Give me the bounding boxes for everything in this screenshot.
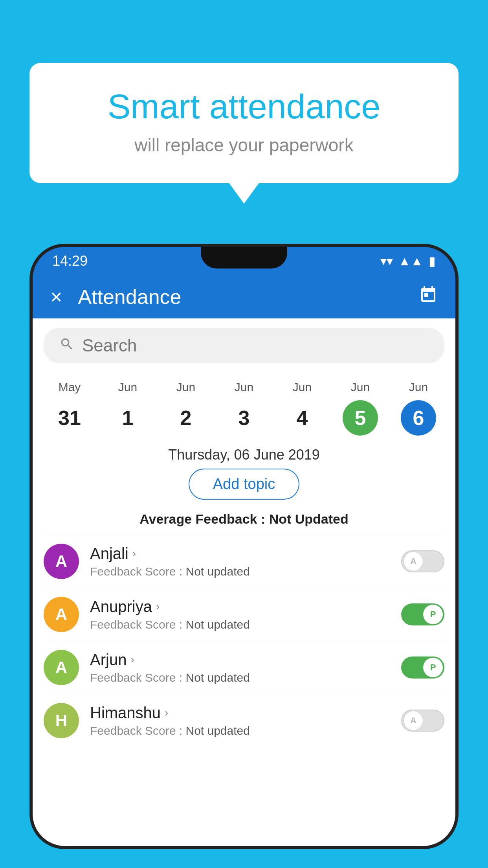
search-icon: [59, 337, 74, 355]
student-list: AAnjali ›Feedback Score : Not updatedAAA…: [33, 535, 455, 747]
date-col[interactable]: Jun4: [273, 381, 331, 436]
add-topic-button[interactable]: Add topic: [189, 469, 299, 500]
toggle-knob: A: [404, 552, 423, 571]
date-col[interactable]: Jun2: [157, 381, 215, 436]
toggle-knob: P: [423, 605, 443, 624]
date-day[interactable]: 4: [284, 400, 320, 436]
attendance-toggle[interactable]: A: [401, 550, 444, 572]
date-day[interactable]: 6: [401, 400, 436, 436]
date-day[interactable]: 3: [226, 400, 262, 436]
calendar-icon[interactable]: [419, 285, 438, 309]
date-col[interactable]: Jun3: [215, 381, 273, 436]
chevron-icon: ›: [132, 547, 136, 560]
avatar: A: [44, 597, 79, 632]
toggle-container[interactable]: P: [401, 603, 444, 625]
date-day[interactable]: 31: [52, 400, 87, 436]
student-item[interactable]: AArjun ›Feedback Score : Not updatedP: [44, 641, 444, 694]
toggle-container[interactable]: A: [401, 710, 444, 732]
date-scroller: May31Jun1Jun2Jun3Jun4Jun5Jun6: [33, 373, 455, 440]
attendance-toggle[interactable]: P: [401, 603, 444, 625]
avatar: A: [44, 544, 79, 579]
toggle-container[interactable]: P: [401, 657, 444, 679]
bubble-subtitle: will replace your paperwork: [61, 134, 427, 156]
search-bar[interactable]: [44, 328, 444, 363]
chevron-icon: ›: [165, 706, 168, 719]
search-input[interactable]: [82, 336, 429, 355]
date-day[interactable]: 5: [343, 400, 378, 436]
student-item[interactable]: AAnupriya ›Feedback Score : Not updatedP: [44, 588, 444, 641]
date-day[interactable]: 2: [168, 400, 204, 436]
date-day[interactable]: 1: [110, 400, 145, 436]
date-col[interactable]: Jun6: [389, 381, 448, 436]
avatar: A: [44, 650, 79, 685]
student-feedback: Feedback Score : Not updated: [90, 671, 390, 684]
attendance-toggle[interactable]: P: [401, 657, 444, 679]
student-info: Himanshu ›Feedback Score : Not updated: [90, 704, 390, 737]
status-time: 14:29: [52, 253, 88, 269]
wifi-icon: ▾▾: [380, 254, 393, 268]
chevron-icon: ›: [156, 600, 160, 613]
phone-frame: 14:29 ▾▾ ▲▲ ▮ × Attendance: [29, 244, 459, 849]
toggle-knob: P: [423, 658, 443, 677]
notch: [201, 247, 287, 268]
app-title: Attendance: [78, 285, 403, 309]
date-month: Jun: [409, 381, 428, 394]
date-month: Jun: [176, 381, 195, 394]
attendance-toggle[interactable]: A: [401, 710, 444, 732]
avg-feedback: Average Feedback : Not Updated: [33, 508, 455, 535]
battery-icon: ▮: [429, 254, 436, 268]
avg-feedback-label: Average Feedback :: [139, 511, 269, 526]
student-info: Arjun ›Feedback Score : Not updated: [90, 651, 390, 684]
student-item[interactable]: HHimanshu ›Feedback Score : Not updatedA: [44, 694, 444, 747]
avg-feedback-value: Not Updated: [269, 511, 349, 526]
student-name: Arjun ›: [90, 651, 390, 669]
student-name: Himanshu ›: [90, 704, 390, 722]
date-month: Jun: [351, 381, 370, 394]
student-info: Anupriya ›Feedback Score : Not updated: [90, 598, 390, 631]
status-icons: ▾▾ ▲▲ ▮: [380, 254, 436, 268]
date-month: May: [59, 381, 81, 394]
app-bar: × Attendance: [33, 275, 455, 318]
bubble-title: Smart attendance: [61, 86, 427, 127]
chevron-icon: ›: [130, 653, 134, 666]
toggle-knob: A: [404, 711, 423, 730]
student-info: Anjali ›Feedback Score : Not updated: [90, 545, 390, 578]
date-col[interactable]: May31: [40, 381, 99, 436]
date-month: Jun: [293, 381, 312, 394]
selected-date-label: Thursday, 06 June 2019: [33, 440, 455, 469]
date-month: Jun: [118, 381, 137, 394]
student-feedback: Feedback Score : Not updated: [90, 724, 390, 737]
date-col[interactable]: Jun1: [99, 381, 157, 436]
signal-icon: ▲▲: [398, 254, 423, 268]
student-feedback: Feedback Score : Not updated: [90, 618, 390, 631]
toggle-container[interactable]: A: [401, 550, 444, 572]
date-col[interactable]: Jun5: [331, 381, 389, 436]
student-feedback: Feedback Score : Not updated: [90, 565, 390, 578]
student-item[interactable]: AAnjali ›Feedback Score : Not updatedA: [44, 535, 444, 588]
speech-bubble: Smart attendance will replace your paper…: [29, 63, 459, 183]
date-month: Jun: [235, 381, 253, 394]
avatar: H: [44, 703, 79, 738]
student-name: Anjali ›: [90, 545, 390, 563]
student-name: Anupriya ›: [90, 598, 390, 616]
screen-content: May31Jun1Jun2Jun3Jun4Jun5Jun6 Thursday, …: [33, 318, 455, 846]
close-button[interactable]: ×: [50, 285, 62, 309]
